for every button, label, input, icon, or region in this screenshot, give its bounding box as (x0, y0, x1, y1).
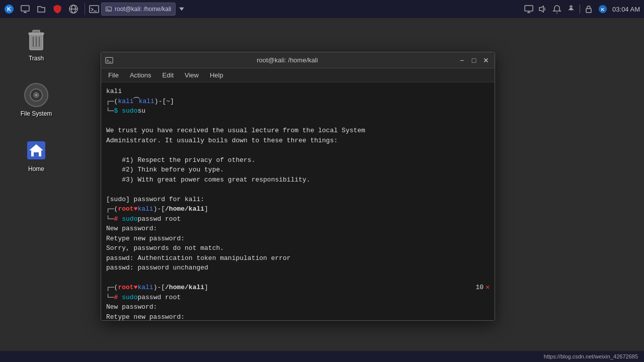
new-password-2: New password: (106, 302, 490, 312)
sudo-lecture-1: We trust you have received the usual lec… (106, 126, 490, 136)
retype-password-2: Retype new password: (106, 312, 490, 321)
taskbar-left: K (0, 2, 186, 16)
desktop-icon[interactable] (18, 2, 32, 16)
file-manager-icon[interactable] (34, 2, 48, 16)
trash-icon-img (24, 28, 48, 52)
home-label: Home (28, 165, 44, 172)
terminal-icon[interactable] (89, 2, 99, 16)
svg-rect-8 (90, 6, 99, 13)
terminal-titlebar: root@kali: /home/kali − □ ✕ (101, 52, 495, 68)
status-url: https://blog.csdn.net/weixin_42672685 (544, 353, 638, 359)
svg-rect-24 (33, 30, 40, 33)
sudo-lecture-2: Administrator. It usually boils down to … (106, 136, 490, 146)
blank-2 (106, 145, 490, 155)
sudo-3: #3) With great power comes great respons… (106, 175, 490, 185)
prompt-line-3: ┌─(root♥kali)-[/home/kali] └─# sudo pass… (106, 283, 208, 302)
cmd-row-2: └─# sudo passwd root (106, 214, 490, 224)
filesystem-desktop-icon[interactable]: File System (14, 80, 59, 120)
svg-rect-13 (525, 6, 533, 11)
menu-view[interactable]: View (180, 70, 204, 80)
taskbar: K (0, 0, 644, 18)
terminal-title: root@kali: /home/kali (117, 56, 457, 64)
auth-token-error: passwd: Authentication token manipulatio… (106, 253, 490, 263)
output-kali: kali (106, 86, 490, 97)
menu-actions[interactable]: Actions (125, 70, 156, 80)
cmd-count-x: ✕ (486, 283, 490, 293)
shield-icon[interactable] (50, 2, 64, 16)
terminal-taskbar-button[interactable]: root@kali: /home/kali (101, 3, 176, 16)
new-password-1: New password: (106, 224, 490, 234)
terminal-window: root@kali: /home/kali − □ ✕ File Actions… (101, 52, 495, 321)
terminal-menubar: File Actions Edit View Help (101, 68, 495, 82)
svg-text:K: K (7, 6, 11, 12)
home-desktop-icon[interactable]: Home (14, 135, 59, 175)
prompt-line-1: ┌─(kali⁀kali)-[~] (106, 97, 490, 107)
filesystem-label: File System (21, 110, 52, 117)
terminal-body[interactable]: kali ┌─(kali⁀kali)-[~] └─$ sudo su We tr… (101, 82, 495, 320)
passwords-no-match: Sorry, passwords do not match. (106, 243, 490, 253)
lock-tray-icon[interactable] (583, 4, 594, 15)
terminal-dropdown-icon[interactable] (178, 2, 186, 16)
taskbar-right: K 03:04 AM (523, 4, 644, 15)
tray-divider (580, 5, 580, 14)
blank-1 (106, 116, 490, 126)
volume-tray-icon[interactable] (537, 4, 548, 15)
svg-rect-2 (21, 6, 29, 11)
trash-label: Trash (29, 55, 44, 62)
retype-password-1: Retype new password: (106, 234, 490, 244)
blank-3 (106, 185, 490, 195)
svg-marker-12 (179, 8, 184, 11)
sudo-2: #2) Think before you type. (106, 165, 490, 175)
browser-icon[interactable] (66, 2, 80, 16)
svg-text:K: K (601, 7, 605, 12)
monitor-tray-icon[interactable] (523, 4, 534, 15)
network-upload-icon[interactable] (566, 4, 577, 15)
svg-rect-19 (586, 9, 591, 13)
svg-marker-16 (539, 6, 543, 12)
terminal-controls: − □ ✕ (457, 56, 491, 65)
taskbar-divider (85, 3, 85, 15)
terminal-titlebar-icon (105, 56, 113, 64)
menu-file[interactable]: File (103, 70, 124, 80)
system-tray: K (523, 4, 608, 15)
terminal-taskbar-label: root@kali: /home/kali (115, 6, 171, 13)
cmd-row-1: └─$ sudo su (106, 106, 490, 116)
notifications-tray-icon[interactable] (551, 4, 562, 15)
svg-rect-34 (106, 57, 113, 63)
trash-desktop-icon[interactable]: Trash (14, 25, 59, 65)
menu-edit[interactable]: Edit (157, 70, 179, 80)
kali-tray-icon[interactable]: K (597, 4, 608, 15)
password-unchanged: passwd: password unchanged (106, 263, 490, 273)
minimize-button[interactable]: − (457, 56, 466, 65)
svg-rect-33 (34, 152, 39, 156)
filesystem-icon-img (24, 83, 48, 107)
home-icon-img (24, 138, 48, 162)
prompt-line-3-row: ┌─(root♥kali)-[/home/kali] └─# sudo pass… (106, 283, 490, 302)
menu-help[interactable]: Help (205, 70, 228, 80)
status-bar: https://blog.csdn.net/weixin_42672685 (0, 351, 644, 362)
maximize-button[interactable]: □ (469, 56, 478, 65)
svg-point-30 (35, 94, 37, 96)
clock: 03:04 AM (612, 6, 640, 13)
prompt-line-2: ┌─(root♥kali)-[/home/kali] (106, 204, 490, 214)
sudo-1: #1) Respect the privacy of others. (106, 155, 490, 165)
sudo-password-prompt: [sudo] password for kali: (106, 195, 490, 205)
close-button[interactable]: ✕ (481, 56, 491, 65)
kali-menu-icon[interactable]: K (2, 2, 16, 16)
cmd-count-area: 10 ✕ (476, 283, 490, 293)
cmd-count-num: 10 (476, 283, 484, 293)
blank-4 (106, 273, 490, 283)
